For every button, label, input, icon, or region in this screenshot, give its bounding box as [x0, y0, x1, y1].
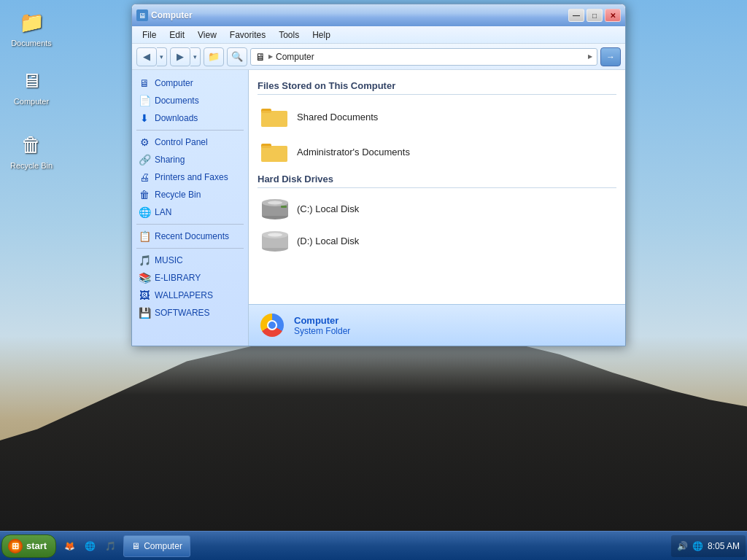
address-end-arrow: ▶	[588, 53, 592, 60]
shared-documents-item[interactable]: Shared Documents	[258, 99, 616, 134]
c-drive-icon	[260, 197, 290, 220]
wallpapers-icon: 🖼	[138, 289, 151, 302]
d-drive-name: (D:) Local Disk	[297, 236, 359, 246]
control-panel-icon: ⚙	[138, 136, 151, 149]
tray-network-icon: 🌐	[692, 541, 703, 551]
info-panel-icon	[258, 311, 287, 340]
sidebar-item-sharing[interactable]: 🔗 Sharing	[132, 151, 248, 168]
window-icon: 🖥	[136, 9, 148, 21]
sidebar-item-downloads[interactable]: ⬇ Downloads	[132, 109, 248, 127]
sidebar-recycle-icon: 🗑	[138, 188, 151, 201]
menu-tools[interactable]: Tools	[273, 28, 305, 42]
taskbar-computer-icon: 🖥	[131, 541, 140, 551]
sidebar-item-recycle-bin[interactable]: 🗑 Recycle Bin	[132, 186, 248, 203]
admin-docs-name: Administrator's Documents	[297, 147, 410, 158]
shared-docs-folder-icon	[260, 104, 290, 130]
info-subtitle: System Folder	[294, 326, 350, 336]
taskbar-media-icon[interactable]: 🎵	[101, 537, 119, 555]
desktop: 📁 Documents 🖥 Computer 🗑 Recycle Bin 🖥 C…	[0, 0, 747, 560]
sidebar-item-music[interactable]: 🎵 MUSIC	[132, 252, 248, 269]
c-drive-name: (C:) Local Disk	[297, 203, 359, 214]
shared-docs-name: Shared Documents	[297, 112, 378, 122]
toolbar: ◀ ▾ ▶ ▾ 📁 🔍 🖥 ▶ Computer ▶ →	[132, 44, 625, 70]
menu-bar: File Edit View Favorites Tools Help	[132, 26, 625, 44]
sidebar-item-recent-documents[interactable]: 📋 Recent Documents	[132, 228, 248, 245]
start-button[interactable]: ⊞ start	[1, 534, 56, 558]
desktop-icon-recycle-bin[interactable]: 🗑 Recycle Bin	[6, 130, 57, 171]
desktop-icon-computer[interactable]: 🖥 Computer	[6, 66, 57, 106]
computer-desktop-icon: 🖥	[17, 66, 46, 95]
sidebar-divider-2	[136, 224, 244, 225]
printer-icon: 🖨	[138, 171, 151, 184]
d-drive-item[interactable]: (D:) Local Disk	[258, 225, 616, 257]
start-icon: ⊞	[8, 539, 23, 553]
title-bar: 🖥 Computer — □ ✕	[132, 4, 625, 26]
sidebar-divider-3	[136, 248, 244, 249]
menu-favorites[interactable]: Favorites	[224, 28, 271, 42]
menu-file[interactable]: File	[136, 28, 162, 42]
explorer-window: 🖥 Computer — □ ✕ File Edit View Favorite…	[131, 4, 626, 346]
taskbar-firefox-icon[interactable]: 🦊	[61, 537, 78, 555]
computer-icon: 🖥	[138, 77, 151, 90]
sidebar-item-wallpapers[interactable]: 🖼 WALLPAPERS	[132, 287, 248, 304]
search-button[interactable]: 🔍	[227, 47, 247, 66]
desktop-icon-documents[interactable]: 📁 Documents	[6, 7, 57, 48]
sidebar-item-e-library[interactable]: 📚 E-LIBRARY	[132, 269, 248, 287]
go-button[interactable]: →	[600, 47, 621, 66]
softwares-icon: 💾	[138, 306, 151, 319]
lan-icon: 🌐	[138, 206, 151, 219]
menu-help[interactable]: Help	[306, 28, 336, 42]
sidebar: 🖥 Computer 📄 Documents ⬇ Downloads ⚙ Con…	[132, 70, 249, 346]
svg-rect-10	[281, 206, 287, 208]
sidebar-item-printers-faxes[interactable]: 🖨 Printers and Faxes	[132, 168, 248, 186]
forward-dropdown[interactable]: ▾	[190, 47, 201, 66]
maximize-button[interactable]: □	[587, 9, 603, 22]
menu-view[interactable]: View	[192, 28, 222, 42]
system-tray: 🔊 🌐 8:05 AM	[671, 535, 746, 557]
music-icon: 🎵	[138, 254, 151, 267]
disks-section-header: Hard Disk Drives	[258, 169, 616, 188]
back-nav-group: ◀ ▾	[136, 47, 167, 66]
recycle-bin-icon: 🗑	[17, 130, 46, 159]
tray-time: 8:05 AM	[708, 541, 740, 551]
download-icon: ⬇	[138, 112, 151, 125]
sidebar-item-softwares[interactable]: 💾 SOFTWARES	[132, 304, 248, 322]
address-text[interactable]: Computer	[276, 52, 585, 62]
title-bar-left: 🖥 Computer	[136, 9, 193, 21]
back-dropdown[interactable]: ▾	[157, 47, 167, 66]
sidebar-item-documents[interactable]: 📄 Documents	[132, 92, 248, 109]
tray-sound-icon: 🔊	[677, 541, 688, 551]
documents-icon: 📁	[17, 7, 46, 36]
forward-button[interactable]: ▶	[170, 47, 190, 66]
admin-docs-folder-icon	[260, 139, 290, 165]
svg-point-9	[268, 201, 282, 205]
address-separator: ▶	[268, 53, 273, 60]
sidebar-documents-icon: 📄	[138, 94, 151, 107]
c-drive-item[interactable]: (C:) Local Disk	[258, 192, 616, 225]
sidebar-item-computer[interactable]: 🖥 Computer	[132, 74, 248, 92]
taskbar-ie-icon[interactable]: 🌐	[81, 537, 98, 555]
svg-point-14	[268, 233, 282, 237]
forward-nav-group: ▶ ▾	[170, 47, 201, 66]
folder-button[interactable]: 📁	[204, 47, 224, 66]
sidebar-item-lan[interactable]: 🌐 LAN	[132, 203, 248, 221]
taskbar-quick-launch: 🦊 🌐 🎵	[58, 537, 122, 555]
window-title: Computer	[151, 10, 193, 20]
info-panel: Computer System Folder	[249, 304, 625, 346]
admin-documents-item[interactable]: Administrator's Documents	[258, 134, 616, 169]
sidebar-divider-1	[136, 130, 244, 131]
menu-edit[interactable]: Edit	[163, 28, 190, 42]
window-controls: — □ ✕	[568, 9, 621, 22]
back-button[interactable]: ◀	[136, 47, 157, 66]
d-drive-icon	[260, 229, 290, 252]
info-text-block: Computer System Folder	[294, 315, 350, 336]
recent-icon: 📋	[138, 230, 151, 243]
taskbar-computer-item[interactable]: 🖥 Computer	[123, 535, 190, 557]
minimize-button[interactable]: —	[568, 9, 584, 22]
close-button[interactable]: ✕	[605, 9, 621, 22]
sharing-icon: 🔗	[138, 153, 151, 166]
main-content: Files Stored on This Computer Shared Doc…	[249, 70, 625, 304]
library-icon: 📚	[138, 271, 151, 284]
svg-rect-2	[261, 111, 287, 127]
sidebar-item-control-panel[interactable]: ⚙ Control Panel	[132, 133, 248, 151]
